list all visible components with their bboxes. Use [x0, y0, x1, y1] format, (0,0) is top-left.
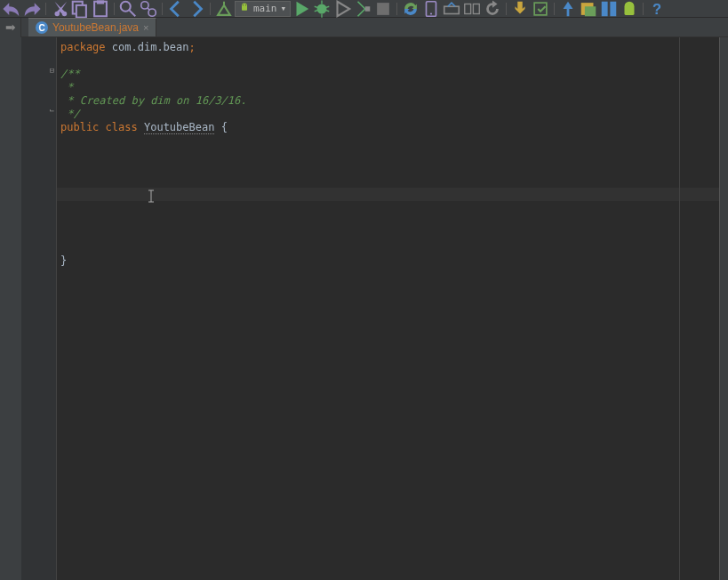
run-coverage-icon[interactable] — [332, 1, 352, 17]
code-line: package com.dim.bean; — [60, 41, 196, 54]
svg-point-12 — [317, 4, 327, 13]
code-area[interactable]: package com.dim.bean; /** * * Created by… — [57, 37, 728, 580]
main-toolbar: main ▾ ? — [0, 0, 728, 18]
fold-end-icon[interactable]: ⌙ — [48, 107, 56, 115]
svg-rect-3 — [97, 0, 104, 4]
svg-rect-25 — [474, 4, 480, 13]
code-line: * — [60, 81, 73, 94]
code-line: public class YoutubeBean { — [60, 121, 228, 134]
cut-icon[interactable] — [50, 1, 69, 17]
svg-rect-28 — [585, 6, 596, 16]
code-line: /** — [60, 68, 80, 81]
ddms-icon[interactable] — [462, 1, 482, 17]
tab-filename: YoutubeBean.java — [52, 21, 139, 34]
separator — [45, 3, 46, 15]
separator — [396, 3, 397, 15]
svg-rect-19 — [365, 6, 371, 12]
android-icon — [239, 2, 250, 15]
run-config-selector[interactable]: main ▾ — [235, 1, 291, 17]
editor-gutter[interactable]: ⊟ ⌙ — [21, 37, 57, 580]
debug-icon[interactable] — [312, 1, 332, 17]
separator — [554, 3, 555, 15]
separator — [162, 3, 163, 15]
reload-icon[interactable] — [483, 1, 502, 17]
svg-text:?: ? — [652, 0, 661, 16]
svg-rect-1 — [76, 4, 86, 17]
svg-line-5 — [129, 10, 135, 16]
svg-rect-29 — [602, 1, 608, 16]
vcs-update-icon[interactable] — [510, 1, 530, 17]
forward-icon[interactable] — [187, 1, 206, 17]
project-tool-collapse-icon[interactable] — [0, 18, 21, 37]
class-file-icon: C — [36, 21, 48, 34]
editor-tabs: C YoutubeBean.java × — [21, 18, 728, 37]
vcs-commit-icon[interactable] — [531, 1, 550, 17]
help-icon[interactable]: ? — [647, 1, 667, 17]
vcs-checkout-icon[interactable] — [558, 1, 578, 17]
svg-point-22 — [430, 12, 432, 14]
right-margin-guide — [679, 37, 680, 580]
error-stripe[interactable] — [719, 37, 728, 580]
run-config-label: main — [253, 3, 277, 14]
make-project-icon[interactable] — [214, 1, 234, 17]
chevron-down-icon: ▾ — [281, 3, 287, 14]
stop-icon[interactable] — [373, 1, 393, 17]
editor[interactable]: ⊟ ⌙ package com.dim.bean; /** * * Create… — [21, 37, 728, 580]
current-line-highlight — [57, 188, 728, 201]
svg-rect-26 — [534, 3, 547, 15]
svg-point-4 — [121, 1, 131, 11]
sync-gradle-icon[interactable] — [401, 1, 420, 17]
svg-rect-32 — [5, 26, 12, 29]
svg-rect-30 — [611, 1, 617, 16]
fold-minus-icon[interactable]: ⊟ — [48, 67, 56, 75]
svg-rect-23 — [444, 6, 460, 13]
separator — [114, 3, 115, 15]
undo-icon[interactable] — [2, 1, 21, 17]
editor-tab[interactable]: C YoutubeBean.java × — [28, 18, 156, 36]
svg-point-11 — [245, 4, 246, 5]
android-device-icon[interactable] — [620, 1, 639, 17]
vcs-history-icon[interactable] — [579, 1, 598, 17]
vcs-diff-icon[interactable] — [599, 1, 619, 17]
paste-icon[interactable] — [91, 1, 110, 17]
close-tab-icon[interactable]: × — [143, 22, 148, 33]
copy-icon[interactable] — [70, 1, 90, 17]
tabs-spacer — [21, 18, 28, 36]
avd-manager-icon[interactable] — [421, 1, 441, 17]
svg-line-8 — [148, 7, 150, 10]
svg-rect-20 — [377, 3, 389, 15]
code-line: * Created by dim on 16/3/16. — [60, 94, 247, 108]
run-icon[interactable] — [292, 1, 311, 17]
separator — [506, 3, 507, 15]
sdk-manager-icon[interactable] — [442, 1, 461, 17]
attach-debugger-icon[interactable] — [353, 1, 372, 17]
separator — [210, 3, 211, 15]
separator — [643, 3, 644, 15]
redo-icon[interactable] — [22, 1, 42, 17]
find-icon[interactable] — [118, 1, 138, 17]
code-line: */ — [60, 108, 80, 121]
replace-icon[interactable] — [139, 1, 158, 17]
back-icon[interactable] — [166, 1, 186, 17]
code-line: } — [60, 254, 67, 268]
svg-point-10 — [243, 4, 244, 5]
svg-rect-24 — [465, 4, 471, 13]
